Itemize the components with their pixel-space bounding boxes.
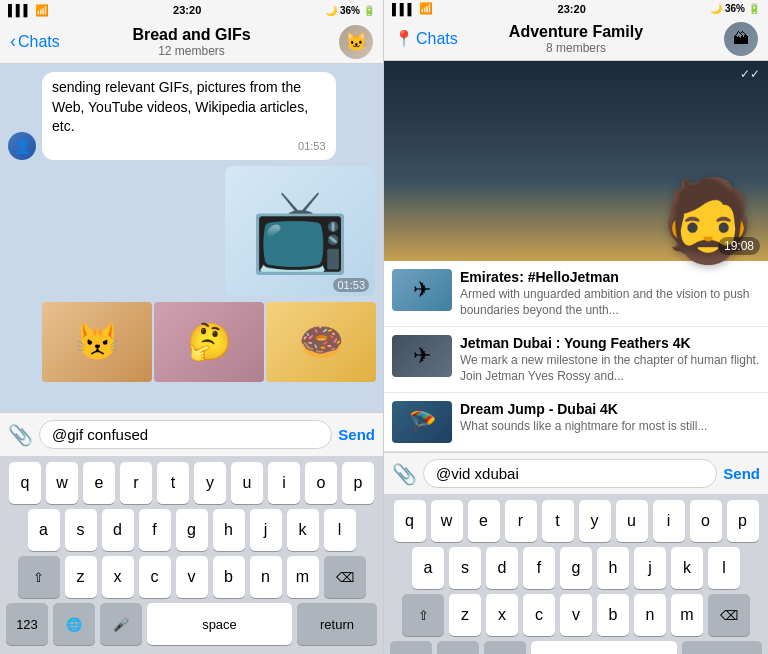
- left-key-q[interactable]: q: [9, 462, 41, 504]
- left-key-delete[interactable]: ⌫: [324, 556, 366, 598]
- right-link-title-3: Dream Jump - Dubai 4K: [460, 401, 760, 417]
- right-key-o[interactable]: o: [690, 500, 722, 542]
- right-link-card-1[interactable]: ✈ Emirates: #HelloJetman Armed with ungu…: [384, 261, 768, 327]
- right-nav-bar: 📍 Chats Adventure Family 8 members 🏔: [384, 17, 768, 61]
- left-key-a[interactable]: a: [28, 509, 60, 551]
- right-key-p[interactable]: p: [727, 500, 759, 542]
- left-key-k[interactable]: k: [287, 509, 319, 551]
- right-key-h[interactable]: h: [597, 547, 629, 589]
- left-gif-thumb-3[interactable]: 🍩: [266, 302, 376, 382]
- right-key-v[interactable]: v: [560, 594, 592, 636]
- right-key-x[interactable]: x: [486, 594, 518, 636]
- left-moon-icon: 🌙: [325, 5, 337, 16]
- right-back-label[interactable]: Chats: [416, 30, 458, 48]
- left-key-mic[interactable]: 🎤: [100, 603, 142, 645]
- right-key-c[interactable]: c: [523, 594, 555, 636]
- right-key-t[interactable]: t: [542, 500, 574, 542]
- right-key-j[interactable]: j: [634, 547, 666, 589]
- left-key-b[interactable]: b: [213, 556, 245, 598]
- right-key-s[interactable]: s: [449, 547, 481, 589]
- right-message-input[interactable]: [423, 459, 717, 488]
- right-send-button[interactable]: Send: [723, 465, 760, 482]
- left-sticker-time: 01:53: [333, 278, 369, 292]
- left-back-button[interactable]: ‹ Chats: [10, 31, 60, 52]
- right-video-message[interactable]: 🧔 19:08 ✓✓: [384, 61, 768, 261]
- left-key-p[interactable]: p: [342, 462, 374, 504]
- right-key-a[interactable]: a: [412, 547, 444, 589]
- right-key-globe[interactable]: 🌐: [437, 641, 479, 654]
- left-chat-avatar[interactable]: 🐱: [339, 25, 373, 59]
- right-key-g[interactable]: g: [560, 547, 592, 589]
- right-key-k[interactable]: k: [671, 547, 703, 589]
- left-key-g[interactable]: g: [176, 509, 208, 551]
- right-key-123[interactable]: 123: [390, 641, 432, 654]
- left-key-c[interactable]: c: [139, 556, 171, 598]
- left-key-n[interactable]: n: [250, 556, 282, 598]
- right-link-card-2[interactable]: ✈ Jetman Dubai : Young Feathers 4K We ma…: [384, 327, 768, 393]
- left-chat-area: 👤 sending relevant GIFs, pictures from t…: [0, 64, 383, 412]
- right-key-l[interactable]: l: [708, 547, 740, 589]
- right-key-f[interactable]: f: [523, 547, 555, 589]
- left-send-button[interactable]: Send: [338, 426, 375, 443]
- left-key-d[interactable]: d: [102, 509, 134, 551]
- left-key-x[interactable]: x: [102, 556, 134, 598]
- right-key-return[interactable]: return: [682, 641, 762, 654]
- left-key-space[interactable]: space: [147, 603, 292, 645]
- right-chat-avatar[interactable]: 🏔: [724, 22, 758, 56]
- right-status-left: ▌▌▌ 📶: [392, 2, 433, 15]
- left-key-y[interactable]: y: [194, 462, 226, 504]
- right-avatar-image: 🏔: [724, 22, 758, 56]
- right-key-i[interactable]: i: [653, 500, 685, 542]
- right-key-d[interactable]: d: [486, 547, 518, 589]
- right-attach-icon[interactable]: 📎: [392, 462, 417, 486]
- left-key-v[interactable]: v: [176, 556, 208, 598]
- left-key-u[interactable]: u: [231, 462, 263, 504]
- right-key-mic[interactable]: 🎤: [484, 641, 526, 654]
- right-back-button[interactable]: 📍 Chats: [394, 29, 458, 48]
- right-status-right: 🌙 36% 🔋: [710, 3, 760, 14]
- left-key-123[interactable]: 123: [6, 603, 48, 645]
- left-key-z[interactable]: z: [65, 556, 97, 598]
- left-status-bar: ▌▌▌ 📶 23:20 🌙 36% 🔋: [0, 0, 383, 20]
- left-key-return[interactable]: return: [297, 603, 377, 645]
- right-key-space[interactable]: space: [531, 641, 677, 654]
- left-key-w[interactable]: w: [46, 462, 78, 504]
- left-key-globe[interactable]: 🌐: [53, 603, 95, 645]
- left-key-o[interactable]: o: [305, 462, 337, 504]
- right-key-y[interactable]: y: [579, 500, 611, 542]
- right-key-delete[interactable]: ⌫: [708, 594, 750, 636]
- right-key-n[interactable]: n: [634, 594, 666, 636]
- right-key-w[interactable]: w: [431, 500, 463, 542]
- right-nav-center: Adventure Family 8 members: [509, 23, 643, 55]
- right-key-m[interactable]: m: [671, 594, 703, 636]
- left-chat-title: Bread and GIFs: [132, 26, 250, 44]
- left-key-t[interactable]: t: [157, 462, 189, 504]
- right-key-r[interactable]: r: [505, 500, 537, 542]
- right-key-shift[interactable]: ⇧: [402, 594, 444, 636]
- right-link-jump-icon: 🪂: [392, 401, 452, 443]
- right-key-z[interactable]: z: [449, 594, 481, 636]
- left-key-h[interactable]: h: [213, 509, 245, 551]
- right-link-card-3[interactable]: 🪂 Dream Jump - Dubai 4K What sounds like…: [384, 393, 768, 452]
- right-key-u[interactable]: u: [616, 500, 648, 542]
- left-key-j[interactable]: j: [250, 509, 282, 551]
- left-back-label[interactable]: Chats: [18, 33, 60, 51]
- left-gif-thumb-1[interactable]: 😾: [42, 302, 152, 382]
- right-key-b[interactable]: b: [597, 594, 629, 636]
- right-key-e[interactable]: e: [468, 500, 500, 542]
- left-key-i[interactable]: i: [268, 462, 300, 504]
- left-key-m[interactable]: m: [287, 556, 319, 598]
- left-status-left: ▌▌▌ 📶: [8, 4, 49, 17]
- left-message-input[interactable]: [39, 420, 332, 449]
- right-link-desc-3: What sounds like a nightmare for most is…: [460, 419, 760, 435]
- left-key-l[interactable]: l: [324, 509, 356, 551]
- right-key-q[interactable]: q: [394, 500, 426, 542]
- left-key-r[interactable]: r: [120, 462, 152, 504]
- left-attach-icon[interactable]: 📎: [8, 423, 33, 447]
- left-key-e[interactable]: e: [83, 462, 115, 504]
- left-key-shift[interactable]: ⇧: [18, 556, 60, 598]
- right-kb-row-1: q w e r t y u i o p: [387, 500, 765, 542]
- left-gif-thumb-2[interactable]: 🤔: [154, 302, 264, 382]
- left-key-s[interactable]: s: [65, 509, 97, 551]
- left-key-f[interactable]: f: [139, 509, 171, 551]
